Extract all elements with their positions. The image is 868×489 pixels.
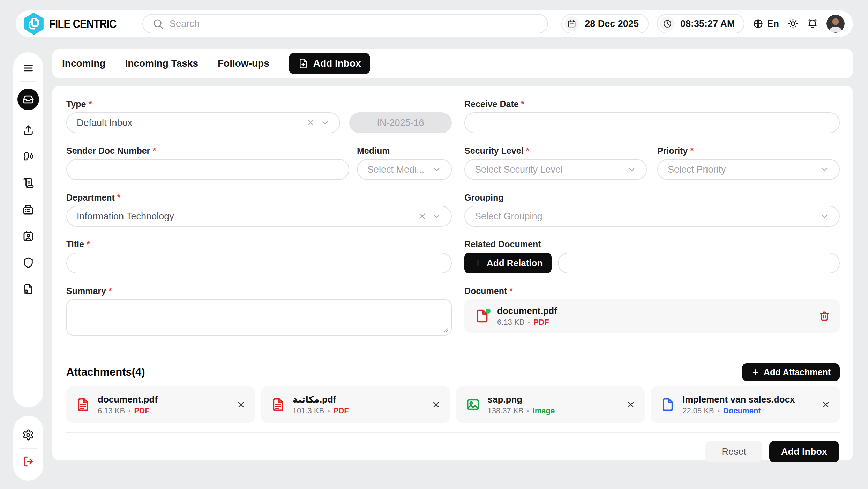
settings-gear-icon[interactable] xyxy=(22,429,34,441)
grouping-select[interactable]: Select Grouping xyxy=(464,206,840,227)
file-centric-logo-icon xyxy=(23,12,44,35)
title-input[interactable] xyxy=(66,253,452,273)
type-select[interactable]: Default Inbox xyxy=(66,112,340,133)
attachment-card: sap.png 138.37 KB Image xyxy=(456,386,645,423)
chevron-down-icon xyxy=(820,165,829,174)
theme-toggle-sun-icon[interactable] xyxy=(787,18,799,29)
document-file-name: document.pdf xyxy=(497,306,557,316)
close-icon xyxy=(236,400,246,409)
upload-icon xyxy=(22,124,34,136)
receive-date-label: Receive Date xyxy=(464,99,840,109)
sidebar-item-security[interactable] xyxy=(22,257,34,269)
pdf-file-icon xyxy=(474,308,490,324)
sender-doc-number-input[interactable] xyxy=(66,159,349,180)
logout-icon[interactable] xyxy=(22,456,34,467)
inbox-icon xyxy=(22,93,34,105)
attachment-size: 22.05 KB xyxy=(682,406,714,415)
search-input[interactable] xyxy=(170,18,538,29)
attachments-heading: Attachments(4) xyxy=(66,366,145,378)
attachment-type: Image xyxy=(533,406,555,415)
meta-separator xyxy=(718,406,720,415)
remove-attachment-button[interactable] xyxy=(236,400,246,409)
add-attachment-button[interactable]: Add Attachment xyxy=(742,363,840,381)
related-document-input[interactable] xyxy=(558,253,840,273)
tab-add-inbox-label: Add Inbox xyxy=(313,58,361,69)
remove-attachment-button[interactable] xyxy=(626,400,636,409)
sidebar-item-fax[interactable] xyxy=(22,204,34,216)
search-bar[interactable] xyxy=(142,14,548,33)
add-relation-button[interactable]: Add Relation xyxy=(464,253,552,273)
current-time: 08:35:27 AM xyxy=(680,18,735,29)
calendar-icon xyxy=(564,16,579,31)
tab-add-inbox[interactable]: Add Inbox xyxy=(289,53,370,74)
department-label: Department xyxy=(66,193,452,203)
sidebar-item-voice[interactable] xyxy=(22,151,34,163)
tab-incoming[interactable]: Incoming xyxy=(62,58,105,69)
meta-separator xyxy=(527,406,529,415)
add-inbox-form: Type Default Inbox IN-2025- xyxy=(52,86,853,460)
priority-label: Priority xyxy=(657,146,840,156)
sidebar xyxy=(13,52,43,407)
globe-icon xyxy=(753,18,763,29)
priority-select[interactable]: Select Priority xyxy=(657,159,840,180)
page: FILE CENTRIC 28 Dec 2025 xyxy=(0,0,868,489)
user-avatar[interactable] xyxy=(826,15,845,33)
chevron-down-icon xyxy=(820,212,829,221)
brand: FILE CENTRIC xyxy=(23,12,129,35)
medium-select[interactable]: Select Medi... xyxy=(357,159,452,180)
sidebar-item-upload[interactable] xyxy=(22,124,34,136)
chevron-down-icon xyxy=(321,118,330,127)
meta-separator xyxy=(128,406,130,415)
time-pill: 08:35:27 AM xyxy=(657,14,745,33)
sidebar-item-file-settings[interactable] xyxy=(22,283,34,295)
plus-icon xyxy=(473,258,482,268)
clear-icon[interactable] xyxy=(418,212,427,221)
pdf-file-icon xyxy=(270,397,286,412)
attachment-size: 101.3 KB xyxy=(293,406,324,415)
security-level-placeholder: Select Security Level xyxy=(475,164,563,175)
department-value: Information Technology xyxy=(77,211,174,222)
title-label: Title xyxy=(66,239,452,249)
type-label: Type xyxy=(66,99,452,109)
attachment-size: 138.37 KB xyxy=(488,406,524,415)
file-settings-icon xyxy=(22,283,34,295)
tab-follow-ups[interactable]: Follow-ups xyxy=(218,58,269,69)
menu-icon[interactable] xyxy=(22,62,34,74)
remove-attachment-button[interactable] xyxy=(821,400,831,409)
attachment-name: sap.png xyxy=(488,394,555,405)
contact-card-icon xyxy=(22,230,34,242)
attachment-type: PDF xyxy=(334,406,349,415)
sidebar-item-records[interactable] xyxy=(22,177,34,189)
summary-textarea[interactable] xyxy=(66,299,452,336)
attachment-name: document.pdf xyxy=(98,394,158,405)
pdf-file-icon xyxy=(75,397,91,412)
receive-date-input[interactable] xyxy=(464,112,840,133)
notifications-bell-icon[interactable] xyxy=(807,18,818,29)
tab-incoming-tasks[interactable]: Incoming Tasks xyxy=(125,58,198,69)
submit-add-inbox-button[interactable]: Add Inbox xyxy=(769,441,839,462)
delete-document-button[interactable] xyxy=(819,310,830,322)
doc-file-icon xyxy=(660,397,675,412)
attachments-list: document.pdf 6.13 KB PDF xyxy=(66,386,840,423)
reset-button[interactable]: Reset xyxy=(705,441,762,462)
sender-doc-number-label: Sender Doc Number xyxy=(66,146,349,156)
status-dot-icon xyxy=(485,308,491,314)
security-level-select[interactable]: Select Security Level xyxy=(464,159,647,180)
scroll-icon xyxy=(22,177,34,189)
sidebar-divider xyxy=(20,448,37,449)
close-icon xyxy=(626,400,636,409)
trash-icon xyxy=(819,310,830,322)
resize-handle[interactable] xyxy=(443,327,448,333)
language-switcher[interactable]: En xyxy=(753,18,779,29)
type-value: Default Inbox xyxy=(77,118,132,128)
priority-placeholder: Select Priority xyxy=(668,164,726,175)
chevron-down-icon xyxy=(432,165,441,174)
department-select[interactable]: Information Technology xyxy=(66,206,452,227)
remove-attachment-button[interactable] xyxy=(431,400,441,409)
sidebar-item-inbox[interactable] xyxy=(17,89,39,110)
sidebar-item-contacts[interactable] xyxy=(22,230,34,242)
clock-icon xyxy=(660,16,675,31)
grouping-label: Grouping xyxy=(464,193,840,203)
clear-icon[interactable] xyxy=(306,118,315,127)
document-label: Document xyxy=(464,286,840,296)
